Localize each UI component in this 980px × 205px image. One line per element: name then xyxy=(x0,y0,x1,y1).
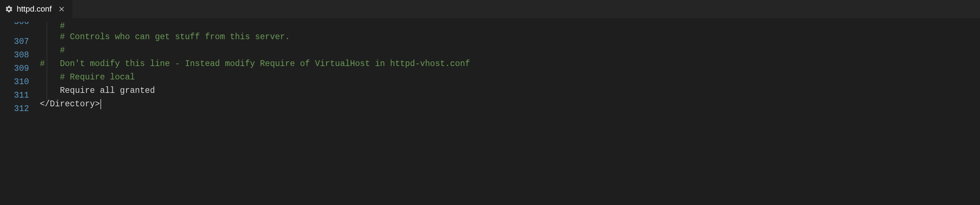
tab-bar: httpd.conf xyxy=(0,0,980,18)
line-number: 310 xyxy=(0,75,29,89)
tab-httpd-conf[interactable]: httpd.conf xyxy=(0,0,73,18)
line-number: 312 xyxy=(0,102,29,116)
code-line: # Require local xyxy=(40,72,135,82)
line-number: 308 xyxy=(0,49,29,62)
code-line: # xyxy=(40,21,65,31)
line-number-gutter: 306 307 308 309 310 311 312 xyxy=(0,22,40,116)
code-line: </Directory> xyxy=(40,99,100,109)
code-line: Require all granted xyxy=(40,86,155,95)
indent-guide xyxy=(47,22,47,102)
tab-label: httpd.conf xyxy=(17,4,52,14)
code-line: # Controls who can get stuff from this s… xyxy=(40,32,290,42)
close-icon[interactable] xyxy=(58,6,65,12)
text-cursor xyxy=(100,99,101,109)
line-number: 306 xyxy=(0,22,29,35)
line-number: 309 xyxy=(0,62,29,75)
code-area[interactable]: # # Controls who can get stuff from this… xyxy=(40,22,980,116)
line-number: 307 xyxy=(0,35,29,49)
gear-icon xyxy=(5,5,13,13)
code-editor[interactable]: 306 307 308 309 310 311 312 # # Controls… xyxy=(0,18,980,116)
code-line: # xyxy=(40,46,65,55)
code-line: # Don't modify this line - Instead modif… xyxy=(40,59,470,69)
line-number: 311 xyxy=(0,89,29,102)
